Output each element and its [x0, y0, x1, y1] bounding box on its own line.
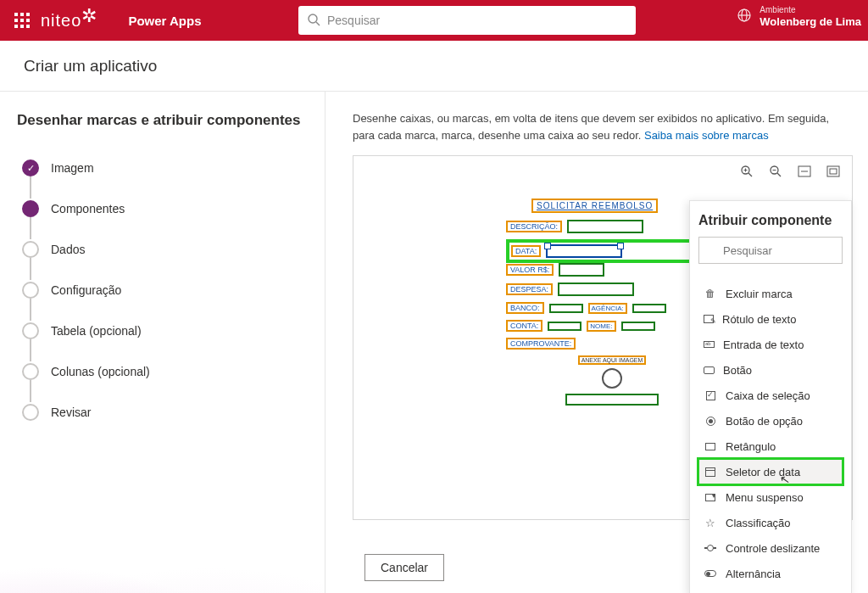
search-icon: [307, 13, 320, 30]
left-heading: Desenhar marcas e atribuir componentes: [17, 112, 308, 129]
step-bullet: [22, 404, 39, 421]
selected-sketch-row[interactable]: DATA:: [506, 239, 718, 263]
step-revisar[interactable]: Revisar: [22, 392, 308, 433]
star-icon: [704, 516, 717, 529]
opt-slider[interactable]: Controle deslizante: [698, 535, 843, 561]
step-bullet: [22, 282, 39, 299]
step-bullet: [22, 241, 39, 258]
sketch-image: SOLICITAR REEMBOLSO DESCRIÇÃO: DATA: VAL…: [506, 199, 718, 411]
assign-component-panel: Atribuir componente ⌕ Excluir marca Rótu…: [689, 200, 852, 593]
opt-delete-tag[interactable]: Excluir marca: [698, 281, 843, 306]
zoom-out-button[interactable]: [767, 163, 784, 180]
slider-icon: [704, 541, 717, 555]
radio-icon: [704, 414, 717, 428]
sketch-title: SOLICITAR REEMBOLSO: [531, 199, 658, 213]
fit-width-button[interactable]: [796, 163, 813, 180]
toggle-icon: [704, 567, 717, 580]
calendar-icon: [704, 465, 717, 478]
env-value: Wolenberg de Lima: [760, 15, 861, 29]
rectangle-icon: [704, 439, 717, 453]
brand: niteo✲ Power Apps: [41, 8, 202, 32]
zoom-in-button[interactable]: [738, 163, 755, 180]
svg-line-1: [316, 22, 320, 25]
opt-date-picker[interactable]: Seletor de data↖: [698, 459, 843, 484]
dropdown-icon: [704, 490, 717, 504]
opt-checkbox[interactable]: Caixa de seleção: [698, 383, 843, 408]
step-bullet: [22, 200, 39, 217]
opt-radio[interactable]: Botão de opção: [698, 408, 843, 434]
opt-text-input[interactable]: Entrada de texto: [698, 332, 843, 357]
environment-picker[interactable]: Ambiente Wolenberg de Lima: [736, 5, 861, 29]
app-launcher-button[interactable]: [7, 5, 37, 36]
component-search-input[interactable]: [698, 237, 843, 264]
button-icon: [704, 366, 715, 374]
footer: Cancelar: [364, 554, 444, 581]
opt-dropdown[interactable]: Menu suspenso: [698, 484, 843, 510]
learn-more-link[interactable]: Saiba mais sobre marcas: [644, 129, 769, 142]
page-title: Criar um aplicativo: [24, 57, 157, 76]
opt-text-label[interactable]: Rótulo de texto: [698, 306, 843, 332]
instructions: Desenhe caixas, ou marcas, em volta de i…: [353, 110, 853, 143]
search-input[interactable]: [298, 6, 636, 35]
canvas-toolbar: [738, 163, 842, 180]
waffle-icon: [14, 13, 30, 28]
env-label: Ambiente: [760, 5, 861, 15]
check-icon: ✓: [22, 159, 39, 176]
svg-rect-15: [830, 169, 837, 174]
svg-rect-14: [827, 166, 839, 176]
cancel-button[interactable]: Cancelar: [364, 554, 444, 581]
svg-point-0: [309, 14, 317, 23]
svg-line-6: [748, 173, 752, 176]
left-column: Desenhar marcas e atribuir componentes ✓…: [0, 92, 326, 593]
step-bullet: [22, 322, 39, 339]
text-label-icon: [704, 315, 714, 323]
environment-icon: [736, 7, 753, 26]
panel-title: Atribuir componente: [698, 213, 843, 228]
design-canvas[interactable]: SOLICITAR REEMBOLSO DESCRIÇÃO: DATA: VAL…: [353, 155, 853, 520]
trash-icon: [704, 287, 717, 300]
checkbox-icon: [704, 389, 717, 402]
opt-rectangle[interactable]: Retângulo: [698, 434, 843, 459]
product-name: Power Apps: [128, 14, 201, 28]
opt-toggle[interactable]: Alternância: [698, 561, 843, 586]
title-bar: Criar um aplicativo: [0, 41, 868, 92]
text-input-icon: [704, 341, 715, 348]
svg-line-10: [777, 173, 781, 176]
step-dados[interactable]: Dados: [22, 229, 308, 270]
fullscreen-button[interactable]: [825, 163, 842, 180]
step-colunas[interactable]: Colunas (opcional): [22, 351, 308, 392]
app-header: niteo✲ Power Apps Ambiente Wolenberg de …: [0, 0, 868, 41]
search-wrap: [298, 6, 636, 35]
step-tabela[interactable]: Tabela (opcional): [22, 310, 308, 351]
step-imagem[interactable]: ✓ Imagem: [22, 148, 308, 188]
step-list: ✓ Imagem Componentes Dados Configuração …: [22, 148, 308, 433]
step-configuracao[interactable]: Configuração: [22, 270, 308, 310]
step-componentes[interactable]: Componentes: [22, 188, 308, 229]
opt-button[interactable]: Botão: [698, 357, 843, 383]
opt-rating[interactable]: Classificação: [698, 510, 843, 535]
right-column: Desenhe caixas, ou marcas, em volta de i…: [326, 92, 868, 593]
step-bullet: [22, 363, 39, 380]
niteo-logo: niteo✲: [41, 8, 97, 32]
